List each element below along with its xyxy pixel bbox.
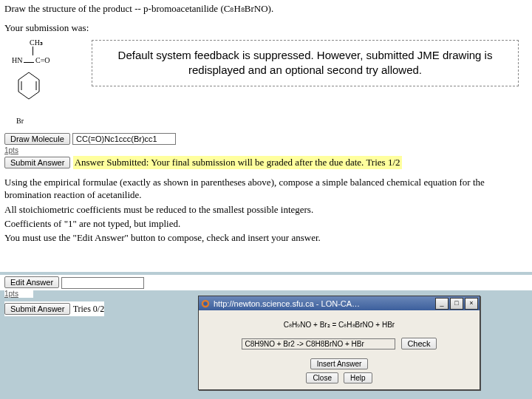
insert-answer-button[interactable]: Insert Answer	[310, 358, 369, 369]
close-button[interactable]: Close	[306, 372, 338, 383]
check-button[interactable]: Check	[401, 338, 436, 349]
question-prompt-1: Draw the structure of the product -- p-b…	[0, 0, 532, 16]
answer-field[interactable]	[61, 277, 144, 289]
equation-input[interactable]: C8H9NO + Br2 -> C8H8BrNO + HBr	[242, 338, 395, 349]
equation-editor-popup: http://newton.science.sfu.ca - LON-CA… _…	[198, 296, 480, 390]
mol-br: Br	[16, 117, 24, 125]
note-stoichiometry: All stoichiometric coefficients must be …	[0, 203, 532, 217]
mol-ch3: CH₃	[30, 38, 43, 47]
submit-answer-button-1[interactable]: Submit Answer	[4, 157, 70, 168]
popup-titlebar[interactable]: http://newton.science.sfu.ca - LON-CA… _…	[199, 296, 480, 310]
svg-point-4	[203, 301, 208, 306]
equation-display: C₈H₉NO + Br₂ = C₈H₈BrNO + HBr	[206, 321, 472, 329]
submit-answer-button-2[interactable]: Submit Answer	[4, 303, 70, 315]
tries-2: Tries 0/2	[73, 304, 105, 314]
note-edit: You must use the "Edit Answer" button to…	[0, 231, 532, 245]
submission-feedback: Answer Submitted: Your final submission …	[73, 156, 402, 169]
help-button[interactable]: Help	[344, 372, 372, 383]
question-prompt-2: Using the empirical formulae (exactly as…	[0, 171, 532, 203]
note-coefficients: Coefficients of "1" are not typed, but i…	[0, 217, 532, 231]
points-1: 1pts	[0, 146, 532, 154]
maximize-button[interactable]: □	[450, 298, 463, 310]
molecule-drawing: CH₃ HN C=O Br	[3, 35, 55, 132]
mol-co: C=O	[35, 56, 50, 64]
points-2: 1pts	[4, 290, 33, 298]
close-window-button[interactable]: ×	[465, 298, 478, 310]
feedback-callout: Default system feedback is suppressed. H…	[92, 40, 519, 86]
firefox-icon	[200, 299, 211, 309]
edit-answer-button[interactable]: Edit Answer	[4, 276, 59, 288]
mol-hn: HN	[12, 56, 22, 64]
popup-title: http://newton.science.sfu.ca - LON-CA…	[214, 299, 434, 308]
benzene-ring-icon	[16, 71, 41, 100]
draw-molecule-button[interactable]: Draw Molecule	[4, 133, 70, 145]
submission-label: Your submission was:	[0, 16, 532, 35]
smiles-field[interactable]: CC(=O)Nc1ccc(Br)cc1	[72, 133, 176, 145]
minimize-button[interactable]: _	[435, 298, 449, 310]
